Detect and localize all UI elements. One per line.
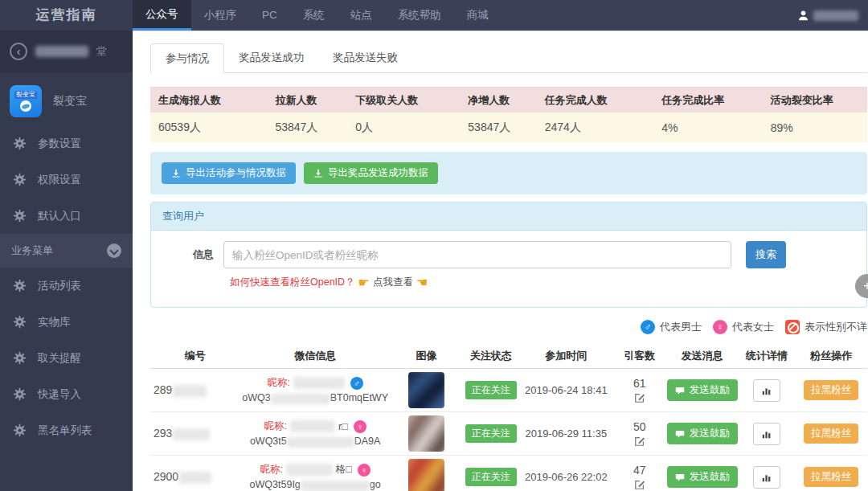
sidebar-item-express-import[interactable]: 快递导入 xyxy=(0,376,133,412)
app-icon-ball xyxy=(20,100,31,112)
gear-icon xyxy=(13,423,27,437)
nav-item-official-account[interactable]: 公众号 xyxy=(133,0,191,31)
sidebar-item-liebianbao[interactable]: 裂变宝 裂变宝 xyxy=(10,85,123,117)
wechat-info: 昵称: 格□ ♀ oWQ3t59Iggo xyxy=(240,463,391,490)
col-header: 参加时间 xyxy=(519,349,612,363)
status-badge: 正在关注 xyxy=(465,381,517,399)
nickname-tail: 格□ xyxy=(336,463,352,477)
bar-chart-icon xyxy=(761,472,772,483)
export-panel: 导出活动参与情况数据 导出奖品发送成功数据 xyxy=(150,152,867,194)
sidebar-section-business-menu[interactable]: 业务菜单 xyxy=(0,234,133,268)
stats-detail-button[interactable] xyxy=(753,423,780,445)
download-icon xyxy=(171,169,181,178)
fan-number: 2900 xyxy=(150,470,240,484)
stats-header: 任务完成比率 xyxy=(653,93,763,108)
send-encourage-button[interactable]: 发送鼓励 xyxy=(667,466,738,488)
avatar xyxy=(408,415,444,452)
send-encourage-button[interactable]: 发送鼓励 xyxy=(667,379,738,401)
table-row: 293 昵称: r□ ♀ oWQ3t5DA9A xyxy=(150,412,867,456)
status-badge: 正在关注 xyxy=(465,424,517,443)
table-row: 2900 昵称: 格□ ♀ oWQ3t59Iggo xyxy=(150,456,867,491)
nav-item-site[interactable]: 站点 xyxy=(338,0,385,31)
hand-left-icon: ☚ xyxy=(416,277,428,288)
sidebar-item-label: 活动列表 xyxy=(38,279,81,293)
avatar xyxy=(408,372,444,408)
legend-male-label: 代表男士 xyxy=(660,320,702,334)
openid-blurred xyxy=(287,437,354,448)
wechat-info: 昵称: ♂ oWQ3BT0mqEtWY xyxy=(240,376,391,403)
nav-item-mall[interactable]: 商城 xyxy=(454,0,502,31)
username-blurred xyxy=(813,10,858,21)
search-button[interactable]: 搜索 xyxy=(746,241,786,268)
back-icon[interactable]: ‹ xyxy=(10,43,27,60)
blacklist-fan-button[interactable]: 拉黑粉丝 xyxy=(804,467,858,487)
app-icon-label: 裂变宝 xyxy=(14,91,37,99)
sidebar-item-blacklist[interactable]: 黑名单列表 xyxy=(0,412,133,448)
liebianbao-app-icon: 裂变宝 xyxy=(10,85,42,117)
join-time: 2019-06-24 18:41 xyxy=(519,384,612,396)
tab-prize-sent-success[interactable]: 奖品发送成功 xyxy=(224,43,318,72)
col-header: 编号 xyxy=(150,349,240,363)
sidebar-item-unfollow-reminder[interactable]: 取关提醒 xyxy=(0,340,133,376)
openid-blurred xyxy=(301,481,370,491)
openid: oWQ3BT0mqEtWY xyxy=(240,392,391,403)
stats-value-row: 60539人 53847人 0人 53847人 2474人 4% 89% xyxy=(150,113,867,142)
search-input[interactable] xyxy=(223,241,731,268)
nav-item-pc[interactable]: PC xyxy=(249,0,290,31)
content-tabs: 参与情况 奖品发送成功 奖品发送失败 xyxy=(150,43,867,73)
sidebar-item-permission-settings[interactable]: 权限设置 xyxy=(0,162,133,198)
user-menu[interactable] xyxy=(797,0,858,31)
user-icon xyxy=(797,10,809,22)
stats-detail-button[interactable] xyxy=(753,379,780,402)
number-blurred xyxy=(173,428,210,440)
tab-participation[interactable]: 参与情况 xyxy=(150,43,224,73)
gear-icon xyxy=(13,279,27,293)
chat-bubble-icon xyxy=(675,473,685,482)
join-time: 2019-06-26 22:02 xyxy=(519,471,612,483)
gear-icon xyxy=(13,173,27,186)
openid-help-link[interactable]: 点我查看 xyxy=(373,276,413,289)
col-header: 关注状态 xyxy=(462,349,519,363)
sidebar-item-parameter-settings[interactable]: 参数设置 xyxy=(0,125,133,162)
sidebar-item-activity-list[interactable]: 活动列表 xyxy=(0,268,133,304)
gender-legend: ♂ 代表男士 ♀ 代表女士 表示性别不详 xyxy=(150,320,867,334)
stats-value: 89% xyxy=(763,121,867,134)
tab-prize-sent-failed[interactable]: 奖品发送失败 xyxy=(318,43,412,72)
sidebar-item-default-entry[interactable]: 默认入口 xyxy=(0,198,133,234)
nickname-label: 昵称: xyxy=(267,376,289,390)
nav-item-system[interactable]: 系统 xyxy=(290,0,338,31)
stats-detail-button[interactable] xyxy=(753,466,780,489)
stats-header: 净增人数 xyxy=(460,93,536,108)
blacklist-fan-button[interactable]: 拉黑粉丝 xyxy=(804,423,858,444)
stats-table: 生成海报人数 拉新人数 下级取关人数 净增人数 任务完成人数 任务完成比率 活动… xyxy=(150,87,867,142)
sidebar-item-goods-library[interactable]: 实物库 xyxy=(0,304,133,340)
export-prize-success-button[interactable]: 导出奖品发送成功数据 xyxy=(304,162,438,184)
nav-item-mini-program[interactable]: 小程序 xyxy=(191,0,250,31)
edit-icon[interactable] xyxy=(634,479,645,490)
nickname-label: 昵称: xyxy=(264,419,287,433)
export-participation-button[interactable]: 导出活动参与情况数据 xyxy=(162,162,296,184)
collapse-toggle-icon[interactable] xyxy=(107,243,121,258)
legend-unknown-label: 表示性别不详 xyxy=(805,320,867,334)
account-row: ‹ 堂 xyxy=(0,31,133,72)
app-label: 裂变宝 xyxy=(53,94,87,108)
blacklist-fan-button[interactable]: 拉黑粉丝 xyxy=(804,380,858,400)
edit-icon[interactable] xyxy=(634,436,645,447)
female-icon: ♀ xyxy=(358,464,371,477)
sidebar-item-label: 默认入口 xyxy=(38,209,81,223)
guest-count: 61 xyxy=(633,377,646,390)
gender-unknown-icon xyxy=(785,320,800,334)
fans-table: 编号 微信信息 图像 关注状态 参加时间 引客数 发送消息 统计详情 粉丝操作 … xyxy=(150,344,867,491)
col-header: 图像 xyxy=(391,349,462,363)
gear-icon xyxy=(13,387,27,401)
stats-header: 下级取关人数 xyxy=(347,93,460,108)
col-header: 发送消息 xyxy=(666,349,738,363)
edit-icon[interactable] xyxy=(634,392,645,403)
nav-item-system-help[interactable]: 系统帮助 xyxy=(385,0,454,31)
account-name-tail: 堂 xyxy=(96,44,107,59)
male-icon: ♂ xyxy=(641,320,655,334)
send-encourage-button[interactable]: 发送鼓励 xyxy=(667,423,738,444)
nickname-tail: r□ xyxy=(338,421,348,432)
query-panel-title: 查询用户 xyxy=(151,203,866,231)
legend-female-label: 代表女士 xyxy=(732,320,774,334)
